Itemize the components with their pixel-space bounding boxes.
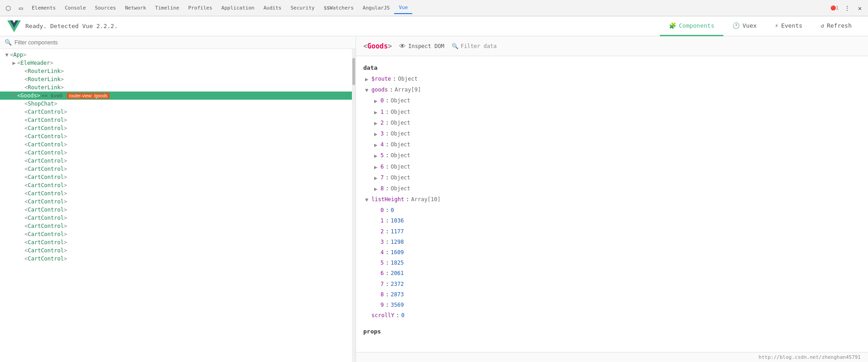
nav-refresh[interactable]: ↺ Refresh <box>811 16 861 36</box>
tree-item[interactable]: <CartControl> <box>0 165 352 173</box>
tree-item[interactable]: <RouterLink> <box>0 83 352 92</box>
filter-bar: 🔍 <box>0 36 356 49</box>
dock-icon[interactable]: ▭ <box>15 2 27 14</box>
data-tree-item: 5:1825 <box>363 258 861 268</box>
tree-item[interactable]: <CartControl> <box>0 124 352 132</box>
data-tree-item[interactable]: ▶6:Object <box>363 162 861 173</box>
tag-close-bracket: > <box>60 84 63 91</box>
tree-item[interactable]: ▼<App> <box>0 51 352 59</box>
tree-item[interactable]: <CartControl> <box>0 198 352 206</box>
filter-data-search-icon: 🔍 <box>452 43 458 49</box>
data-expand-icon[interactable]: ▶ <box>374 174 380 183</box>
data-tree-item[interactable]: ▶4:Object <box>363 140 861 150</box>
tab-angularjs[interactable]: AngularJS <box>358 2 395 14</box>
tab-profiles[interactable]: Profiles <box>184 2 217 14</box>
tree-item[interactable]: <CartControl> <box>0 238 352 246</box>
tree-item[interactable]: ▼<Goods> == $vm0router-view: /goods <box>0 92 352 100</box>
tag-name-text: CartControl <box>28 141 63 148</box>
tab-network[interactable]: Network <box>121 2 151 14</box>
tree-toggle-icon[interactable]: ▶ <box>11 60 17 66</box>
data-tree-item[interactable]: ▼goods:Array[9] <box>363 85 861 96</box>
filter-components-input[interactable] <box>15 39 351 46</box>
data-expand-icon[interactable]: ▶ <box>374 108 380 117</box>
data-expand-icon[interactable]: ▼ <box>365 86 371 95</box>
tree-item[interactable]: <ShopChat> <box>0 100 352 108</box>
tab-console[interactable]: Console <box>60 2 90 14</box>
tree-item[interactable]: <CartControl> <box>0 222 352 230</box>
data-tree-item[interactable]: ▶8:Object <box>363 183 861 194</box>
data-type-value: Object <box>390 140 410 149</box>
data-colon: : <box>385 269 389 278</box>
tree-item[interactable]: <RouterLink> <box>0 75 352 83</box>
tree-item[interactable]: <CartControl> <box>0 214 352 222</box>
tag-name-text: CartControl <box>28 133 63 140</box>
tree-scrollbar[interactable] <box>352 49 356 362</box>
nav-events[interactable]: ⚡ Events <box>766 16 812 36</box>
data-value-text: 1177 <box>390 227 404 236</box>
tree-item[interactable]: <CartControl> <box>0 230 352 238</box>
tree-item[interactable]: <CartControl> <box>0 206 352 214</box>
tab-elements[interactable]: Elements <box>27 2 60 14</box>
tag-name-text: ShopChat <box>28 101 54 107</box>
tree-item[interactable]: <CartControl> <box>0 157 352 165</box>
tree-item[interactable]: <CartControl> <box>0 189 352 198</box>
close-icon[interactable]: ✕ <box>853 2 866 14</box>
tab-audits[interactable]: Audits <box>259 2 286 14</box>
tag-close-bracket: > <box>64 207 67 213</box>
data-tree-item[interactable]: ▶5:Object <box>363 150 861 161</box>
tab-vue[interactable]: Vue <box>394 2 412 14</box>
cursor-icon[interactable]: ⬡ <box>2 2 15 14</box>
data-expand-icon[interactable]: ▶ <box>374 119 380 128</box>
data-expand-icon[interactable]: ▶ <box>374 130 380 139</box>
tree-item[interactable]: <CartControl> <box>0 116 352 124</box>
tab-timeline[interactable]: Timeline <box>151 2 184 14</box>
tab-application[interactable]: Application <box>217 2 259 14</box>
data-key-name: 3 <box>380 238 384 246</box>
data-tree-item[interactable]: ▶7:Object <box>363 173 861 183</box>
tag-close-bracket: > <box>64 223 67 229</box>
tab-watchers[interactable]: $$Watchers <box>319 2 358 14</box>
tab-sources[interactable]: Sources <box>90 2 120 14</box>
data-tree-item[interactable]: ▶1:Object <box>363 107 861 118</box>
data-tree-item[interactable]: ▶3:Object <box>363 129 861 140</box>
nav-components[interactable]: 🧩 Components <box>660 16 723 36</box>
tree-item[interactable]: <CartControl> <box>0 132 352 140</box>
vue-header: Ready. Detected Vue 2.2.2. 🧩 Components … <box>0 16 868 36</box>
tag-name-text: Goods <box>20 92 37 99</box>
tree-toggle-icon[interactable]: ▼ <box>4 52 10 58</box>
tree-item[interactable]: <CartControl> <box>0 246 352 255</box>
tree-item[interactable]: ▶<EleHeader> <box>0 59 352 67</box>
tag-open-bracket: < <box>24 125 28 131</box>
left-panel: 🔍 ▼<App>▶<EleHeader><RouterLink><RouterL… <box>0 36 356 362</box>
tree-item[interactable]: <CartControl> <box>0 140 352 149</box>
data-expand-icon[interactable]: ▼ <box>365 196 371 204</box>
data-tree-item[interactable]: ▼listHeight:Array[10] <box>363 194 861 205</box>
data-expand-icon[interactable]: ▶ <box>374 163 380 172</box>
data-expand-icon[interactable]: ▶ <box>374 141 380 150</box>
tab-security[interactable]: Security <box>286 2 319 14</box>
inspect-dom-button[interactable]: 👁 Inspect DOM <box>399 42 444 50</box>
tree-item[interactable]: <CartControl> <box>0 255 352 263</box>
badge-icon: 🔴1 <box>828 2 841 14</box>
nav-vuex[interactable]: 🕐 Vuex <box>723 16 766 36</box>
data-expand-icon[interactable]: ▶ <box>374 152 380 160</box>
tree-item[interactable]: <CartControl> <box>0 108 352 116</box>
tree-item[interactable]: <CartControl> <box>0 149 352 157</box>
data-key-name: 2 <box>380 119 384 127</box>
data-colon: : <box>385 174 389 182</box>
data-tree-item[interactable]: ▶0:Object <box>363 96 861 106</box>
data-expand-icon[interactable]: ▶ <box>374 97 380 106</box>
data-key-name: 4 <box>380 248 384 257</box>
data-tree-item[interactable]: ▶$route:Object <box>363 74 861 85</box>
tag-open-bracket: < <box>24 133 28 140</box>
tree-item[interactable]: <RouterLink> <box>0 67 352 75</box>
data-tree-item[interactable]: ▶2:Object <box>363 118 861 129</box>
data-key-name: 6 <box>380 269 384 278</box>
tree-toggle-icon[interactable]: ▼ <box>11 92 17 99</box>
tree-item[interactable]: <CartControl> <box>0 173 352 181</box>
data-expand-icon[interactable]: ▶ <box>374 185 380 193</box>
more-options-icon[interactable]: ⋮ <box>841 2 853 14</box>
tree-item[interactable]: <CartControl> <box>0 181 352 189</box>
data-expand-icon[interactable]: ▶ <box>365 75 371 84</box>
tree-scrollbar-thumb[interactable] <box>352 58 355 85</box>
